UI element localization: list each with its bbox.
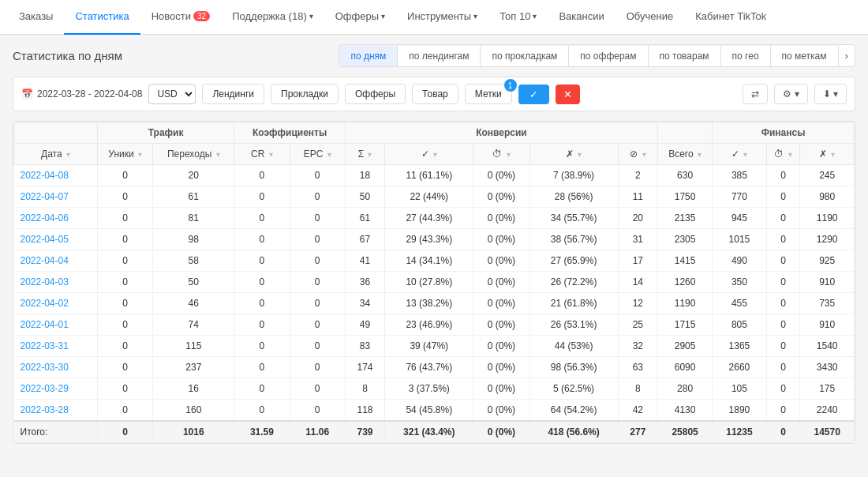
tabs-more-button[interactable]: › xyxy=(839,45,855,66)
news-badge: 32 xyxy=(193,11,210,21)
offers-filter-button[interactable]: Офферы xyxy=(345,84,406,104)
table-row: 2022-04-01074004923 (46.9%)0 (0%)26 (53.… xyxy=(14,314,855,336)
tools-arrow-icon: ▾ xyxy=(473,12,477,21)
stats-table-wrapper: Трафик Коэффициенты Конверсии Финансы Да… xyxy=(13,121,855,444)
apply-button[interactable]: ✓ xyxy=(518,85,549,104)
group-finances: Финансы xyxy=(713,122,855,144)
tab-by-landings[interactable]: по лендингам xyxy=(398,46,481,66)
table-row: 2022-04-05098006729 (43.3%)0 (0%)38 (56.… xyxy=(14,229,855,250)
group-empty xyxy=(658,122,713,144)
gaskets-button[interactable]: Прокладки xyxy=(271,84,339,104)
calendar-icon: 📅 xyxy=(21,88,33,100)
marks-badge: 1 xyxy=(504,79,517,92)
date-range-value: 2022-03-28 - 2022-04-08 xyxy=(37,88,142,100)
group-conversions: Конверсии xyxy=(345,122,657,144)
table-row: 2022-03-3002370017476 (43.7%)0 (0%)98 (5… xyxy=(14,357,855,378)
group-date xyxy=(14,122,98,144)
table-row: 2022-04-08020001811 (61.1%)0 (0%)7 (38.9… xyxy=(14,165,855,186)
table-row: 2022-04-06081006127 (44.3%)0 (0%)34 (55.… xyxy=(14,208,855,229)
nav-item-support[interactable]: Поддержка (18) ▾ xyxy=(221,0,324,35)
table-row: 2022-04-07061005022 (44%)0 (0%)28 (56%)1… xyxy=(14,186,855,208)
col-sigma[interactable]: Σ ▾ xyxy=(345,144,384,165)
table-row: 2022-03-290160083 (37.5%)0 (0%)5 (62.5%)… xyxy=(14,378,855,400)
nav-item-top10[interactable]: Топ 10 ▾ xyxy=(488,0,548,35)
col-fin-clock[interactable]: ⏱ ▾ xyxy=(766,144,800,165)
col-clock[interactable]: ⏱ ▾ xyxy=(473,144,529,165)
nav-item-news[interactable]: Новости 32 xyxy=(140,0,221,35)
tab-by-days[interactable]: по дням xyxy=(339,46,398,66)
col-clicks[interactable]: Переходы ▾ xyxy=(153,144,234,165)
nav-item-orders[interactable]: Заказы xyxy=(8,0,64,35)
table-row: 2022-04-03050003610 (27.8%)0 (0%)26 (72.… xyxy=(14,272,855,293)
col-fin-cross[interactable]: ✗ ▾ xyxy=(800,144,855,165)
table-row: 2022-03-310115008339 (47%)0 (0%)44 (53%)… xyxy=(14,336,855,357)
column-header-row: Дата ▾ Уники ▾ Переходы ▾ CR ▾ EPC ▾ Σ ▾… xyxy=(14,144,855,165)
page-content: Статистика по дням по дням по лендингам … xyxy=(0,35,868,453)
group-traffic: Трафик xyxy=(97,122,234,144)
col-cross[interactable]: ✗ ▾ xyxy=(529,144,618,165)
tab-by-geo[interactable]: по гео xyxy=(721,46,771,66)
col-date[interactable]: Дата ▾ xyxy=(14,144,98,165)
col-uniq[interactable]: Уники ▾ xyxy=(97,144,152,165)
filter-bar: 📅 2022-03-28 - 2022-04-08 USD EUR RUB Ле… xyxy=(13,77,855,111)
view-tabs: по дням по лендингам по прокладкам по оф… xyxy=(339,44,855,67)
col-check[interactable]: ✓ ▾ xyxy=(385,144,473,165)
shuffle-button[interactable]: ⇄ xyxy=(743,84,768,104)
col-epc[interactable]: EPC ▾ xyxy=(290,144,345,165)
nav-item-vacancies[interactable]: Вакансии xyxy=(548,0,615,35)
tab-by-goods[interactable]: по товарам xyxy=(649,46,721,66)
nav-item-tiktok[interactable]: Кабинет TikTok xyxy=(684,0,777,35)
col-cr[interactable]: CR ▾ xyxy=(234,144,290,165)
total-row: Итого:0101631.5911.06739321 (43.4%)0 (0%… xyxy=(14,421,855,443)
nav-item-statistics[interactable]: Статистика xyxy=(64,0,140,35)
settings-button[interactable]: ⚙ ▾ xyxy=(774,84,807,104)
tab-by-gaskets[interactable]: по прокладкам xyxy=(481,46,569,66)
nav-item-education[interactable]: Обучение xyxy=(615,0,684,35)
col-total[interactable]: Всего ▾ xyxy=(658,144,713,165)
page-title: Статистика по дням xyxy=(13,49,122,62)
table-row: 2022-03-2801600011854 (45.8%)0 (0%)64 (5… xyxy=(14,400,855,422)
col-fin-check[interactable]: ✓ ▾ xyxy=(713,144,767,165)
download-button[interactable]: ⬇ ▾ xyxy=(814,84,847,104)
tab-by-marks[interactable]: по меткам xyxy=(771,46,839,66)
stats-table: Трафик Коэффициенты Конверсии Финансы Да… xyxy=(13,122,855,443)
clear-button[interactable]: ✕ xyxy=(556,85,580,104)
offers-arrow-icon: ▾ xyxy=(381,12,385,21)
page-header: Статистика по дням по дням по лендингам … xyxy=(13,44,855,67)
support-arrow-icon: ▾ xyxy=(309,12,313,21)
goods-button[interactable]: Товар xyxy=(412,84,458,104)
nav-item-tools[interactable]: Инструменты ▾ xyxy=(396,0,488,35)
currency-select[interactable]: USD EUR RUB xyxy=(148,84,196,104)
col-cancel[interactable]: ⊘ ▾ xyxy=(618,144,657,165)
top-navigation: Заказы Статистика Новости 32 Поддержка (… xyxy=(0,0,868,35)
top10-arrow-icon: ▾ xyxy=(533,12,537,21)
nav-item-offers[interactable]: Офферы ▾ xyxy=(324,0,396,35)
table-row: 2022-04-02046003413 (38.2%)0 (0%)21 (61.… xyxy=(14,293,855,314)
table-body: 2022-04-08020001811 (61.1%)0 (0%)7 (38.9… xyxy=(14,165,855,443)
tab-by-offers[interactable]: по офферам xyxy=(569,46,648,66)
group-header-row: Трафик Коэффициенты Конверсии Финансы xyxy=(14,122,855,144)
group-coefficients: Коэффициенты xyxy=(234,122,346,144)
table-row: 2022-04-04058004114 (34.1%)0 (0%)27 (65.… xyxy=(14,250,855,272)
landings-button[interactable]: Лендинги xyxy=(202,84,264,104)
date-range-picker[interactable]: 📅 2022-03-28 - 2022-04-08 xyxy=(21,88,142,100)
